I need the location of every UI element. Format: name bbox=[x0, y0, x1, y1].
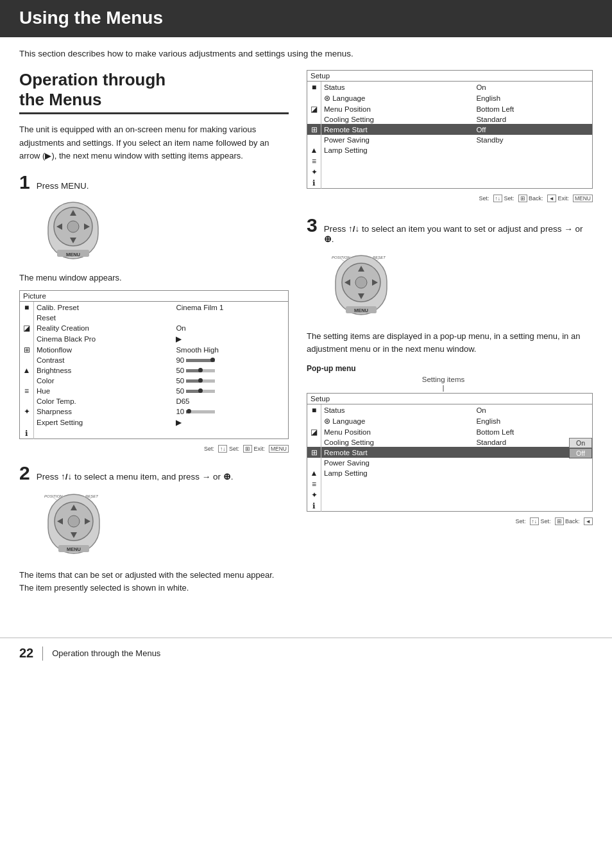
table-row: ▲ Lamp Setting bbox=[307, 144, 593, 155]
step-3-caption: The setting items are displayed in a pop… bbox=[307, 330, 593, 355]
menu-item-name: Expert Setting bbox=[34, 417, 174, 428]
menu-item-name: Cooling Setting bbox=[321, 437, 474, 447]
menu-icon: ≡ bbox=[307, 478, 321, 489]
menu-icon: ⊞ bbox=[307, 447, 321, 458]
menu-item-name: Remote Start bbox=[321, 124, 474, 135]
table-row-highlighted: ⊞ Remote Start Off bbox=[307, 124, 593, 135]
table-row: ≡ bbox=[307, 155, 593, 166]
page-number: 22 bbox=[19, 646, 33, 661]
footer-text: Operation through the Menus bbox=[52, 648, 160, 658]
menu-icon bbox=[20, 313, 34, 322]
step-1-label: Press MENU. bbox=[37, 181, 89, 191]
menu-item-name: Reset bbox=[34, 313, 174, 322]
table-row: ▲ Brightness 50 bbox=[20, 365, 289, 376]
menu-icon bbox=[20, 417, 34, 428]
menu-icon: ℹ bbox=[307, 500, 321, 512]
menu-table-1: Picture ■ Calib. Preset Cinema Film 1 Re… bbox=[19, 290, 289, 439]
section-body: The unit is equipped with an on-screen m… bbox=[19, 123, 289, 162]
table-row: Color Temp. D65 bbox=[20, 396, 289, 406]
menu-title-cell: Picture bbox=[20, 291, 289, 302]
menu-3-footer: Set:↑↓ Set:⊞ Back:◄ bbox=[307, 518, 593, 525]
menu-item-value bbox=[473, 166, 592, 177]
step-1-header: 1 Press MENU. bbox=[19, 173, 289, 192]
menu-item-value: On bbox=[473, 82, 592, 93]
table-row: Power Saving bbox=[307, 458, 593, 467]
table-row: Cooling Setting Standard bbox=[307, 114, 593, 124]
menu-icon: ≡ bbox=[20, 385, 34, 396]
menu-item-value bbox=[173, 313, 288, 322]
table-row: ✦ Sharpness 10 bbox=[20, 406, 289, 417]
table-row: ✦ bbox=[307, 489, 593, 500]
table-row: ⊛ Language English bbox=[307, 415, 593, 426]
page-title: Using the Menus bbox=[19, 8, 593, 28]
step-2-number: 2 bbox=[19, 464, 30, 483]
menu-item-name bbox=[321, 166, 474, 177]
setting-items-arrow: | bbox=[307, 385, 593, 392]
menu-item-value bbox=[473, 500, 592, 512]
table-row: Expert Setting ▶ bbox=[20, 417, 289, 428]
menu-item-name: Reality Creation bbox=[34, 322, 174, 333]
step-2-caption: The items that can be set or adjusted wi… bbox=[19, 569, 289, 594]
popup-menu-label: Pop-up menu bbox=[307, 364, 593, 373]
svg-point-2 bbox=[67, 221, 79, 232]
svg-text:MENU: MENU bbox=[66, 251, 80, 257]
step-3-number: 3 bbox=[307, 216, 318, 235]
step-2: 2 Press ↑/↓ to select a menu item, and p… bbox=[19, 464, 289, 594]
menu-icon: ✦ bbox=[20, 406, 34, 417]
table-row: Color 50 bbox=[20, 376, 289, 385]
menu-item-name: ⊛ Language bbox=[321, 92, 474, 103]
menu-item-value: 10 bbox=[173, 406, 288, 417]
step-3-label: Press ↑/↓ to select an item you want to … bbox=[324, 224, 593, 244]
menu-item-value: 50 bbox=[173, 376, 288, 385]
step-1-number: 1 bbox=[19, 173, 30, 192]
menu-item-name: Cooling Setting bbox=[321, 114, 474, 124]
menu-title-cell-2: Setup bbox=[307, 71, 593, 82]
menu-item-name: Brightness bbox=[34, 365, 174, 376]
menu-icon: ▲ bbox=[20, 365, 34, 376]
intro-text: This section describes how to make vario… bbox=[19, 49, 593, 58]
step-3-header: 3 Press ↑/↓ to select an item you want t… bbox=[307, 216, 593, 244]
menu-item-name: Remote Start bbox=[321, 447, 474, 458]
left-column: Operation through the Menus The unit is … bbox=[19, 70, 289, 605]
menu-item-value: English bbox=[473, 415, 592, 426]
menu-2-footer: Set:↑↓ Set:⊞ Back:◄ Exit:MENU bbox=[307, 195, 593, 202]
menu-item-name: Calib. Preset bbox=[34, 302, 174, 313]
menu-title-row-2: Setup bbox=[307, 71, 593, 82]
setting-items-label: Setting items bbox=[307, 376, 593, 383]
menu-item-value: Cinema Film 1 bbox=[173, 302, 288, 313]
right-column: Setup ■ Status On ⊛ Language English ◪ bbox=[307, 70, 593, 605]
menu-item-name: Color Temp. bbox=[34, 396, 174, 406]
menu-item-value bbox=[173, 428, 288, 439]
step-2-remote-image: POSITION RESET bbox=[29, 488, 289, 564]
section-heading: Operation through the Menus bbox=[19, 70, 289, 114]
menu-icon bbox=[307, 415, 321, 426]
table-row: ℹ bbox=[20, 428, 289, 439]
menu-icon: ■ bbox=[307, 404, 321, 416]
menu-item-value bbox=[473, 155, 592, 166]
footer-divider bbox=[42, 647, 43, 661]
menu-icon bbox=[20, 376, 34, 385]
table-row: ℹ bbox=[307, 177, 593, 189]
menu-icon: ⊞ bbox=[20, 344, 34, 355]
menu-icon bbox=[307, 114, 321, 124]
menu-title-row-3: Setup bbox=[307, 394, 593, 404]
menu-item-name: Cinema Black Pro bbox=[34, 333, 174, 344]
menu-item-name bbox=[321, 155, 474, 166]
svg-point-15 bbox=[68, 516, 80, 527]
menu-icon bbox=[307, 135, 321, 144]
menu-item-value: Smooth High bbox=[173, 344, 288, 355]
menu-item-value: English bbox=[473, 92, 592, 103]
step-2-header: 2 Press ↑/↓ to select a menu item, and p… bbox=[19, 464, 289, 483]
table-row: ◪ Menu Position Bottom Left bbox=[307, 103, 593, 114]
svg-text:MENU: MENU bbox=[354, 308, 368, 313]
menu-icon: ✦ bbox=[307, 489, 321, 500]
step-2-label: Press ↑/↓ to select a menu item, and pre… bbox=[37, 471, 234, 482]
menu-item-value: Standby bbox=[473, 135, 592, 144]
step-3: 3 Press ↑/↓ to select an item you want t… bbox=[307, 216, 593, 525]
menu-icon: ◪ bbox=[307, 426, 321, 437]
menu-item-name bbox=[321, 500, 474, 512]
menu-item-name: Hue bbox=[34, 385, 174, 396]
table-row-highlighted-2: ⊞ Remote Start On Off bbox=[307, 447, 593, 458]
menu-icon: ℹ bbox=[307, 177, 321, 189]
step-1: 1 Press MENU. MENU bbox=[19, 173, 289, 453]
